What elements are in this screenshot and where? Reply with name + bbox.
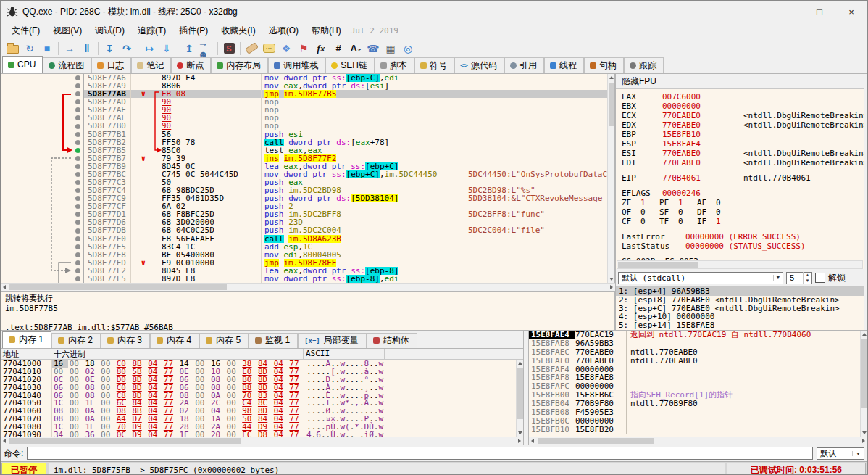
calculator-icon[interactable]: ▦ — [382, 41, 399, 57]
stack-row[interactable]: 15E8FAE896A59BB3 — [529, 339, 867, 348]
stack-row[interactable]: 15E8FB1015E8FB20 — [529, 426, 867, 434]
unlock-checkbox[interactable]: 解锁 — [815, 272, 846, 284]
breakpoint-dot[interactable] — [72, 243, 84, 251]
menu-item[interactable]: 文件(F) — [5, 22, 46, 39]
breakpoint-dot[interactable] — [72, 162, 84, 170]
favourites-icon[interactable]: ◎ — [399, 41, 417, 57]
tab-符号[interactable]: 符号 — [414, 57, 454, 73]
dump-vertical-scrollbar[interactable] — [516, 360, 523, 437]
tab-线程[interactable]: 线程 — [544, 57, 584, 73]
breakpoint-dot[interactable] — [72, 235, 84, 243]
disasm-row[interactable]: 5D8F77B090nop — [1, 122, 614, 130]
stack-row[interactable]: 15E8FAF0770EABE0ntdll.770EABE0 — [529, 357, 867, 365]
breakpoint-dot[interactable] — [72, 186, 84, 194]
pause-icon[interactable]: ‖ — [78, 41, 96, 57]
register-row-ESP[interactable]: ESP15E8FAE4 — [622, 139, 864, 149]
disasm-horizontal-scrollbar[interactable] — [1, 283, 615, 291]
breakpoint-dot[interactable] — [72, 98, 84, 106]
step-over-icon[interactable]: ↷ — [118, 41, 135, 57]
breakpoint-dot[interactable] — [72, 106, 84, 114]
breakpoint-dot[interactable] — [72, 74, 84, 82]
execute-till-return-icon[interactable]: ↥ — [180, 41, 198, 57]
maximize-button[interactable]: □ — [804, 1, 835, 22]
patch-file-icon[interactable] — [243, 41, 260, 57]
close-button[interactable]: × — [835, 1, 867, 22]
calling-convention-select[interactable]: 默认 (stdcall) ▼ — [618, 272, 783, 284]
tab-跟踪[interactable]: 跟踪 — [624, 57, 664, 73]
minimize-button[interactable]: − — [772, 1, 804, 22]
tab-内存布局[interactable]: 内存布局 — [211, 57, 268, 73]
stop-icon[interactable]: ■ — [38, 41, 56, 57]
tab-引用[interactable]: 引用 — [504, 57, 544, 73]
tab-调用堆栈[interactable]: 调用堆栈 — [268, 57, 325, 73]
register-row-EAX[interactable]: EAX007C6000 — [622, 92, 864, 102]
attach-icon[interactable]: ☎ — [364, 41, 382, 57]
calculator-hash-icon[interactable]: # — [330, 41, 347, 57]
breakpoint-dot[interactable] — [72, 259, 84, 267]
labels-icon[interactable]: ❖ — [277, 41, 295, 57]
stack-row[interactable]: 15E8FAEC770EABE0ntdll.770EABE0 — [529, 348, 867, 357]
tab-脚本[interactable]: 脚本 — [375, 57, 414, 73]
dump-row[interactable]: 7704103006000800C08D047706000800B88D0477… — [1, 384, 523, 392]
register-row-ESI[interactable]: ESI770EABE0<ntdll.DbgUiRemoteBreakin> — [622, 149, 864, 158]
open-file-icon[interactable] — [4, 41, 21, 57]
menu-item[interactable]: 调试(D) — [88, 22, 131, 39]
breakpoint-dot[interactable] — [72, 251, 84, 259]
breakpoint-dot[interactable] — [72, 90, 84, 98]
breakpoint-dot[interactable] — [72, 178, 84, 186]
tab-日志[interactable]: 日志 — [91, 57, 131, 73]
breakpoint-dot[interactable] — [72, 122, 84, 130]
menu-item[interactable]: 收藏夹(I) — [214, 22, 262, 39]
disasm-row[interactable]: 5D8F77F5897D F8mov dword ptr ss:[ebp-8],… — [1, 275, 614, 283]
tab-内存 2[interactable]: 内存 2 — [51, 333, 101, 348]
call-argument-row[interactable]: 5: [esp+14] 15E8FAE8 — [616, 321, 864, 330]
spinner-arrows-icon[interactable]: ▲▼ — [803, 272, 811, 284]
menu-item[interactable]: 视图(V) — [46, 22, 88, 39]
flags-row[interactable]: OF0SF0DF0 — [622, 207, 864, 217]
scylla-icon[interactable]: S — [220, 41, 238, 57]
tab-断点[interactable]: 断点 — [171, 57, 211, 73]
run-to-selection-icon[interactable]: ⇓ — [158, 41, 175, 57]
stack-vertical-scrollbar[interactable] — [860, 331, 867, 437]
run-to-user-code-icon[interactable]: →☻ — [198, 41, 215, 57]
step-into-icon[interactable]: ↧ — [101, 41, 118, 57]
menu-item[interactable]: 追踪(T) — [131, 22, 172, 39]
command-profile-select[interactable]: 默认 ▼ — [817, 447, 864, 460]
lasterror-row[interactable]: LastError00000000 (ERROR_SUCCESS) — [622, 232, 864, 241]
tab-SEH链[interactable]: SEH链 — [325, 57, 375, 73]
breakpoint-dot[interactable] — [72, 275, 84, 283]
disasm-row[interactable]: 5D8F77E0E8 56EAFAFFcall im.5D8A623B — [1, 235, 614, 243]
skip-next-icon[interactable]: ↦ — [141, 41, 158, 57]
tab-源代码[interactable]: <>源代码 — [454, 57, 504, 73]
breakpoint-dot[interactable] — [72, 114, 84, 122]
hide-fpu-button[interactable]: 隐藏FPU — [616, 74, 864, 89]
breakpoint-dot[interactable] — [72, 218, 84, 226]
flags-row[interactable]: ZF1PF1AF0 — [622, 198, 864, 207]
lasterror-row[interactable]: LastStatus00000000 (STATUS_SUCCESS) — [622, 241, 864, 251]
registers-horizontal-scrollbar[interactable] — [617, 260, 863, 269]
register-row-EBP[interactable]: EBP15E8FB10 — [622, 130, 864, 139]
tab-流程图[interactable]: 流程图 — [43, 57, 91, 73]
menu-item[interactable]: 帮助(H) — [305, 22, 348, 39]
breakpoint-dot[interactable] — [72, 194, 84, 202]
breakpoint-dot[interactable] — [72, 210, 84, 218]
restart-icon[interactable]: ↻ — [21, 41, 38, 57]
disasm-vertical-scrollbar[interactable] — [607, 74, 614, 283]
stack-horizontal-scrollbar[interactable] — [529, 437, 867, 445]
breakpoint-dot[interactable] — [72, 267, 84, 275]
register-row-EDX[interactable]: EDX770EABE0<ntdll.DbgUiRemoteBreakin> — [622, 120, 864, 130]
breakpoint-dot[interactable] — [72, 139, 84, 146]
dump-row[interactable]: 77041090340036000CD904771E002000ECD80477… — [1, 431, 523, 437]
tab-结构体[interactable]: 结构体 — [367, 333, 417, 348]
tab-内存 4[interactable]: 内存 4 — [150, 333, 199, 348]
tab-笔记[interactable]: 笔记 — [131, 57, 171, 73]
breakpoint-dot[interactable] — [72, 131, 84, 139]
breakpoint-dot[interactable] — [72, 154, 84, 162]
call-argument-row[interactable]: 2: [esp+8] 770EABE0 <ntdll.DbgUiRemoteBr… — [616, 296, 864, 305]
tab-局部变量[interactable]: [x=]局部变量 — [298, 333, 367, 348]
stack-row[interactable]: 15E8FB0C00000000 — [529, 417, 867, 426]
bookmarks-icon[interactable]: ⚑ — [295, 41, 312, 57]
breakpoint-dot[interactable] — [72, 146, 84, 154]
tab-监视 1[interactable]: 监视 1 — [249, 333, 298, 348]
run-icon[interactable]: → — [61, 41, 78, 57]
